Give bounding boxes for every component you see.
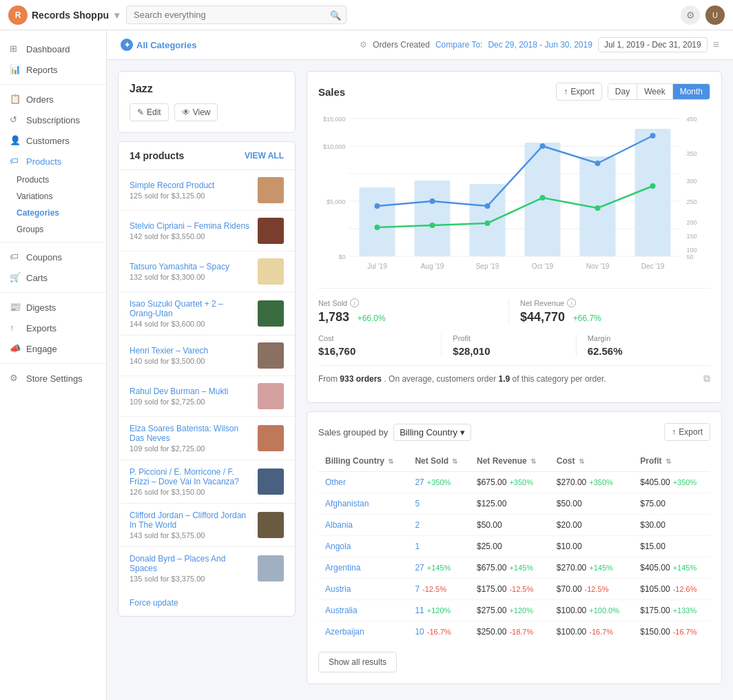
product-image (258, 555, 284, 581)
product-name[interactable]: Henri Texier – Varech (130, 346, 251, 356)
sidebar-label-engage: Engage (26, 344, 57, 354)
select-chevron-icon: ▾ (460, 427, 465, 438)
sidebar-item-products[interactable]: 🏷 Products (0, 151, 106, 172)
sidebar-sub-groups[interactable]: Groups (0, 221, 106, 238)
td-cost: $50.00 (550, 493, 633, 515)
product-name[interactable]: Clifford Jordan – Clifford Jordan In The… (130, 511, 251, 530)
view-button[interactable]: 👁 View (174, 103, 218, 121)
td-net-revenue: $675.00+350% (470, 472, 550, 493)
edit-button[interactable]: ✎ Edit (130, 103, 169, 121)
sidebar-item-coupons[interactable]: 🏷 Coupons (0, 247, 106, 267)
product-item: Rahul Dev Burman – Mukti 109 sold for $2… (118, 376, 295, 417)
sidebar-item-engage[interactable]: 📣 Engage (0, 338, 106, 359)
product-image (258, 469, 284, 495)
sidebar-item-exports[interactable]: ↑ Exports (0, 318, 106, 338)
td-profit: $175.00+133% (633, 600, 710, 621)
td-country: Other (318, 472, 408, 493)
sort-profit-icon[interactable]: ⇅ (665, 457, 671, 465)
sidebar-sub-products[interactable]: Products (0, 172, 106, 188)
products-header: 14 products VIEW ALL (118, 142, 295, 170)
period-week-button[interactable]: Week (637, 84, 672, 99)
sidebar-item-reports[interactable]: 📊 Reports (0, 59, 106, 80)
sidebar-item-subscriptions[interactable]: ↺ Subscriptions (0, 110, 106, 130)
sidebar-item-dashboard[interactable]: ⊞ Dashboard (0, 39, 106, 59)
user-avatar[interactable]: U (705, 6, 725, 25)
product-stats: 135 sold for $3,375.00 (130, 575, 251, 583)
period-day-button[interactable]: Day (608, 84, 637, 99)
product-info: P. Piccioni / E. Morricone / F. Frizzi –… (130, 467, 251, 496)
product-name[interactable]: Simple Record Product (130, 181, 251, 190)
nav-logo[interactable]: R Records Shoppu ▾ (8, 6, 119, 25)
sales-header-right: ↑ Export Day Week Month (556, 83, 710, 101)
digests-icon: 📰 (10, 302, 21, 313)
product-name[interactable]: Tatsuro Yamashita – Spacy (130, 262, 251, 271)
product-name[interactable]: Rahul Dev Burman – Mukti (130, 387, 251, 396)
sidebar-item-orders[interactable]: 📋 Orders (0, 89, 106, 110)
sort-net-revenue-icon[interactable]: ⇅ (530, 457, 536, 465)
force-update-link[interactable]: Force update (118, 590, 295, 616)
product-item: Tatsuro Yamashita – Spacy 132 sold for $… (118, 251, 295, 292)
product-info: Clifford Jordan – Clifford Jordan In The… (130, 511, 251, 539)
show-all-results-button[interactable]: Show all results (318, 652, 397, 672)
sort-net-sold-icon[interactable]: ⇅ (452, 457, 457, 465)
sort-country-icon[interactable]: ⇅ (388, 457, 393, 465)
store-settings-icon: ⚙ (10, 373, 21, 384)
nav-dropdown-icon[interactable]: ▾ (114, 10, 119, 21)
product-item: Stelvio Cipriani – Femina Ridens 142 sol… (118, 211, 295, 251)
td-net-revenue: $250.00-18.7% (470, 621, 550, 643)
products-list: Simple Record Product 125 sold for $3,12… (118, 170, 295, 590)
td-net-revenue: $125.00 (470, 493, 550, 515)
sales-export-button[interactable]: ↑ Export (556, 83, 602, 101)
table-row: Angola 1 $25.00 $10.00 $15.00 (318, 536, 710, 557)
sidebar: ⊞ Dashboard 📊 Reports 📋 Orders ↺ Subscri… (0, 30, 107, 695)
cost-label: Cost (318, 334, 430, 342)
sidebar-item-store-settings[interactable]: ⚙ Store Settings (0, 368, 106, 389)
sort-cost-icon[interactable]: ⇅ (579, 457, 584, 465)
svg-text:200: 200 (687, 219, 697, 226)
svg-text:50: 50 (687, 254, 694, 260)
all-categories-button[interactable]: ✦ All Categories (121, 39, 196, 51)
search-icon: 🔍 (330, 10, 341, 20)
stats-row: Net Sold i 1,783 +66.0% Net Revenue (318, 288, 710, 325)
td-net-revenue: $25.00 (470, 536, 550, 557)
svg-point-27 (540, 143, 546, 149)
search-input[interactable] (126, 6, 347, 24)
product-info: Simple Record Product 125 sold for $3,12… (130, 181, 251, 200)
sales-header: Sales ↑ Export Day Week Month (318, 83, 710, 101)
net-sold-info-icon[interactable]: i (350, 298, 359, 307)
header-gear-icon[interactable]: ⚙ (360, 40, 367, 50)
billing-country-select[interactable]: Billing Country ▾ (393, 424, 471, 441)
grouped-export-label: Export (679, 427, 703, 437)
svg-point-24 (375, 203, 380, 209)
product-item: P. Piccioni / E. Morricone / F. Frizzi –… (118, 460, 295, 504)
period-month-button[interactable]: Month (673, 84, 710, 99)
margin-label: Margin (588, 334, 699, 342)
sidebar-divider (0, 84, 106, 85)
net-sold-change: +66.0% (358, 313, 386, 323)
product-name[interactable]: P. Piccioni / E. Morricone / F. Frizzi –… (130, 467, 251, 486)
view-label: View (193, 107, 211, 117)
date-range-badge[interactable]: Jul 1, 2019 - Dec 31, 2019 (598, 37, 708, 52)
product-name[interactable]: Isao Suzuki Quartet + 2 – Orang-Utan (130, 299, 251, 318)
copy-icon[interactable]: ⧉ (703, 373, 710, 384)
settings-icon[interactable]: ⚙ (681, 6, 700, 25)
sales-table: Billing Country ⇅ Net Sold ⇅ Net Revenue… (318, 451, 710, 642)
sidebar-item-carts[interactable]: 🛒 Carts (0, 267, 106, 288)
sidebar-divider-2 (0, 242, 106, 243)
sidebar-item-customers[interactable]: 👤 Customers (0, 130, 106, 151)
product-name[interactable]: Donald Byrd – Places And Spaces (130, 554, 251, 573)
menu-dots-icon[interactable]: ≡ (713, 39, 719, 51)
sidebar-item-digests[interactable]: 📰 Digests (0, 297, 106, 318)
product-info: Henri Texier – Varech 140 sold for $3,50… (130, 346, 251, 365)
sidebar-sub-categories[interactable]: Categories (0, 205, 106, 221)
product-name[interactable]: Elza Soares Baterista: Wilson Das Neves (130, 424, 251, 443)
category-title: Jazz (130, 83, 284, 95)
view-all-link[interactable]: VIEW ALL (245, 151, 284, 161)
dashboard-icon: ⊞ (10, 43, 21, 54)
grouped-export-button[interactable]: ↑ Export (664, 423, 710, 441)
product-image (258, 177, 284, 203)
net-revenue-info-icon[interactable]: i (567, 298, 576, 307)
sidebar-sub-variations[interactable]: Variations (0, 188, 106, 205)
td-net-sold: 7-12.5% (408, 579, 470, 600)
product-name[interactable]: Stelvio Cipriani – Femina Ridens (130, 221, 251, 231)
